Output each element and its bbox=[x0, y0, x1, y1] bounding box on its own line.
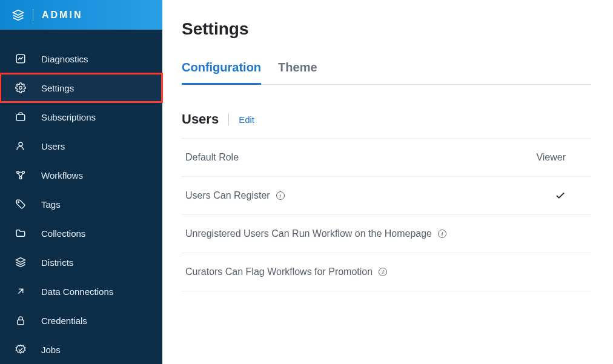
chart-icon bbox=[15, 53, 27, 65]
setting-row-curators-flag: Curators Can Flag Workflows for Promotio… bbox=[182, 253, 591, 291]
layers-icon bbox=[15, 256, 27, 268]
brand-text: ADMIN bbox=[42, 10, 82, 21]
setting-label-text: Curators Can Flag Workflows for Promotio… bbox=[185, 266, 373, 277]
info-icon[interactable]: i bbox=[379, 268, 387, 276]
setting-row-unregistered-run: Unregistered Users Can Run Workflow on t… bbox=[182, 215, 591, 253]
check-icon bbox=[555, 190, 566, 201]
sidebar-item-settings[interactable]: Settings bbox=[0, 73, 162, 102]
logo-icon bbox=[12, 9, 24, 21]
setting-label-text: Unregistered Users Can Run Workflow on t… bbox=[185, 228, 432, 239]
lock-icon bbox=[15, 314, 27, 326]
check-badge-icon bbox=[15, 343, 27, 356]
setting-value: Viewer bbox=[536, 152, 588, 163]
sidebar-item-label: Collections bbox=[41, 228, 85, 239]
tab-theme[interactable]: Theme bbox=[278, 61, 317, 85]
tab-configuration[interactable]: Configuration bbox=[182, 61, 261, 85]
svg-point-2 bbox=[19, 87, 22, 90]
section-title: Users bbox=[182, 111, 219, 127]
workflow-icon bbox=[15, 169, 27, 181]
sidebar-item-workflows[interactable]: Workflows bbox=[0, 160, 162, 190]
setting-label-text: Users Can Register bbox=[185, 190, 270, 201]
sidebar-item-label: Tags bbox=[41, 199, 61, 210]
info-icon[interactable]: i bbox=[276, 191, 285, 200]
setting-label: Default Role bbox=[185, 152, 239, 163]
svg-point-4 bbox=[19, 142, 22, 146]
sidebar-item-label: Settings bbox=[41, 83, 74, 93]
info-icon[interactable]: i bbox=[438, 230, 446, 238]
main-content: Settings Configuration Theme Users Edit … bbox=[162, 0, 613, 364]
sidebar-item-diagnostics[interactable]: Diagnostics bbox=[0, 44, 162, 73]
sidebar-item-tags[interactable]: Tags bbox=[0, 190, 162, 219]
folder-icon bbox=[15, 227, 27, 239]
sidebar-nav: Diagnostics Settings Subscriptions Users… bbox=[0, 30, 162, 364]
sidebar-item-label: Diagnostics bbox=[41, 54, 88, 64]
settings-list: Default Role Viewer Users Can Register i… bbox=[182, 138, 591, 291]
setting-value bbox=[555, 190, 588, 201]
sidebar-item-label: Users bbox=[41, 141, 65, 151]
setting-label: Curators Can Flag Workflows for Promotio… bbox=[185, 266, 387, 277]
setting-label: Unregistered Users Can Run Workflow on t… bbox=[185, 228, 446, 239]
sidebar: ADMIN Diagnostics Settings Subscriptions… bbox=[0, 0, 162, 364]
setting-label: Users Can Register i bbox=[185, 190, 285, 201]
tabs: Configuration Theme bbox=[182, 61, 591, 85]
sidebar-item-label: Districts bbox=[41, 257, 73, 268]
sidebar-header: ADMIN bbox=[0, 0, 162, 30]
sidebar-item-districts[interactable]: Districts bbox=[0, 248, 162, 277]
edit-link[interactable]: Edit bbox=[239, 114, 254, 125]
sidebar-item-label: Data Connections bbox=[41, 286, 113, 297]
arrow-up-right-icon bbox=[15, 285, 27, 297]
setting-label-text: Default Role bbox=[185, 152, 239, 163]
svg-point-8 bbox=[18, 202, 19, 203]
user-icon bbox=[15, 140, 27, 152]
sidebar-item-label: Workflows bbox=[41, 170, 83, 180]
sidebar-item-label: Jobs bbox=[41, 345, 61, 355]
sidebar-item-label: Credentials bbox=[41, 316, 87, 326]
section-divider bbox=[228, 113, 229, 125]
sidebar-item-label: Subscriptions bbox=[41, 112, 96, 122]
svg-rect-10 bbox=[18, 320, 24, 325]
sidebar-item-subscriptions[interactable]: Subscriptions bbox=[0, 102, 162, 131]
gear-icon bbox=[15, 82, 27, 94]
sidebar-item-jobs[interactable]: Jobs bbox=[0, 335, 162, 364]
setting-row-users-can-register: Users Can Register i bbox=[182, 177, 591, 215]
sidebar-item-credentials[interactable]: Credentials bbox=[0, 306, 162, 335]
svg-marker-9 bbox=[16, 258, 25, 263]
svg-rect-3 bbox=[16, 114, 25, 121]
sidebar-item-users[interactable]: Users bbox=[0, 131, 162, 160]
svg-marker-0 bbox=[13, 10, 24, 15]
setting-row-default-role: Default Role Viewer bbox=[182, 139, 591, 177]
sidebar-item-data-connections[interactable]: Data Connections bbox=[0, 277, 162, 306]
sidebar-item-collections[interactable]: Collections bbox=[0, 219, 162, 248]
briefcase-icon bbox=[15, 111, 27, 123]
tag-icon bbox=[15, 198, 27, 210]
page-title: Settings bbox=[182, 19, 591, 39]
section-header: Users Edit bbox=[182, 111, 591, 127]
logo-divider bbox=[33, 9, 33, 21]
